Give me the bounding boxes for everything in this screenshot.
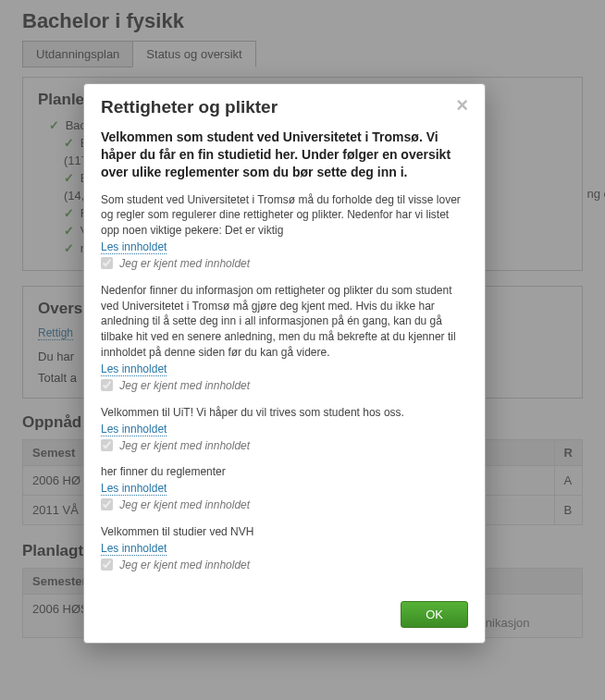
read-content-link[interactable]: Les innholdet <box>101 423 167 436</box>
read-content-link[interactable]: Les innholdet <box>101 362 167 376</box>
confirm-label: Jeg er kjent med innholdet <box>119 559 250 571</box>
modal-text: her finner du reglementer <box>101 464 468 480</box>
confirm-label: Jeg er kjent med innholdet <box>119 438 250 451</box>
confirm-label: Jeg er kjent med innholdet <box>119 257 250 270</box>
modal-title: Rettigheter og plikter <box>101 97 278 117</box>
confirm-checkbox[interactable] <box>101 379 113 391</box>
read-content-link[interactable]: Les innholdet <box>101 542 167 556</box>
confirm-checkbox[interactable] <box>101 559 113 571</box>
confirm-label: Jeg er kjent med innholdet <box>119 379 250 392</box>
modal-intro: Velkommen som student ved Universitetet … <box>101 129 468 181</box>
modal-text: Som student ved Universitetet i Tromsø m… <box>101 192 468 239</box>
close-icon[interactable]: × <box>456 97 468 114</box>
rettigheter-modal: Rettigheter og plikter × Velkommen som s… <box>83 83 486 644</box>
confirm-checkbox[interactable] <box>101 439 113 451</box>
read-content-link[interactable]: Les innholdet <box>101 240 167 254</box>
confirm-checkbox[interactable] <box>101 498 113 510</box>
modal-text: Velkommen til UiT! Vi håper du vil trive… <box>101 405 468 421</box>
confirm-checkbox[interactable] <box>101 257 113 269</box>
ok-button[interactable]: OK <box>401 601 468 628</box>
modal-text: Velkommen til studier ved NVH <box>101 524 468 540</box>
modal-text: Nedenfor finner du informasjon om rettig… <box>101 283 468 361</box>
confirm-label: Jeg er kjent med innholdet <box>119 498 250 511</box>
read-content-link[interactable]: Les innholdet <box>101 482 167 496</box>
